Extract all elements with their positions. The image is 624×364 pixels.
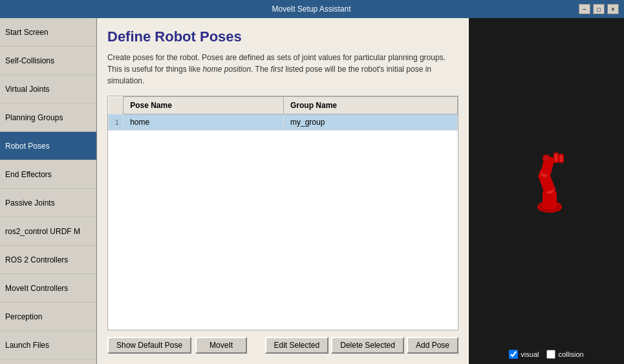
visual-label: visual [521,350,539,358]
minimize-button[interactable]: − [579,4,590,14]
sidebar-item-robot-poses[interactable]: Robot Poses [0,132,96,160]
visual-checkbox-item[interactable]: visual [509,350,539,359]
sidebar-item-virtual-joints[interactable]: Virtual Joints [0,75,96,103]
visual-checkbox[interactable] [509,350,518,359]
robot-display [469,18,624,350]
svg-rect-6 [554,153,558,162]
viewer-footer: visual collision [509,350,583,359]
sidebar-scroll[interactable]: Start ScreenSelf-CollisionsVirtual Joint… [0,18,96,364]
bottom-buttons: Show Default Pose MoveIt Edit Selected D… [107,337,458,354]
collision-checkbox[interactable] [546,350,555,359]
collision-checkbox-item[interactable]: collision [546,350,583,359]
sidebar-item-launch-files[interactable]: Launch Files [0,331,96,359]
row-number: 1 [109,114,124,131]
poses-table: Pose Name Group Name 1homemy_group [108,96,458,131]
window-title: MoveIt Setup Assistant [44,5,579,14]
title-bar: MoveIt Setup Assistant − □ × [0,0,624,18]
poses-table-container: Pose Name Group Name 1homemy_group [107,96,458,330]
sidebar: Start ScreenSelf-CollisionsVirtual Joint… [0,18,97,364]
cell-pose-name: home [124,114,284,131]
svg-point-8 [543,155,550,162]
action-buttons: Edit Selected Delete Selected Add Pose [265,337,459,354]
maximize-button[interactable]: □ [593,4,605,14]
add-pose-button[interactable]: Add Pose [407,337,458,354]
show-default-pose-button[interactable]: Show Default Pose [107,337,191,354]
sidebar-item-passive-joints[interactable]: Passive Joints [0,189,96,217]
page-title: Define Robot Poses [107,28,458,45]
sidebar-item-end-effectors[interactable]: End Effectors [0,160,96,189]
sidebar-item-planning-groups[interactable]: Planning Groups [0,103,96,132]
sidebar-item-moveit-controllers[interactable]: MoveIt Controllers [0,274,96,303]
window-controls[interactable]: − □ × [579,4,619,14]
table-header-row: Pose Name Group Name [109,97,458,114]
description: Create poses for the robot. Poses are de… [107,52,458,87]
poses-tbody: 1homemy_group [109,114,458,131]
col-group-name: Group Name [283,97,457,114]
main-content: Start ScreenSelf-CollisionsVirtual Joint… [0,18,624,364]
delete-selected-button[interactable]: Delete Selected [331,337,404,354]
content-area: Define Robot Poses Create poses for the … [97,18,469,364]
sidebar-item-perception[interactable]: Perception [0,303,96,331]
collision-label: collision [558,350,583,358]
sidebar-item-start-screen[interactable]: Start Screen [0,18,96,47]
moveit-button[interactable]: MoveIt [195,337,247,354]
edit-selected-button[interactable]: Edit Selected [265,337,329,354]
cell-group-name: my_group [283,114,457,131]
sidebar-item-author-information[interactable]: Author Information [0,359,96,364]
sidebar-item-ros2-controllers[interactable]: ROS 2 Controllers [0,246,96,274]
table-row[interactable]: 1homemy_group [109,114,458,131]
viewer-panel: visual collision [469,18,624,364]
col-pose-name: Pose Name [124,97,284,114]
robot-svg [508,145,585,223]
sidebar-item-self-collisions[interactable]: Self-Collisions [0,47,96,75]
close-button[interactable]: × [607,4,619,14]
svg-rect-7 [559,155,563,162]
sidebar-item-ros2-control[interactable]: ros2_control URDF M [0,217,96,246]
